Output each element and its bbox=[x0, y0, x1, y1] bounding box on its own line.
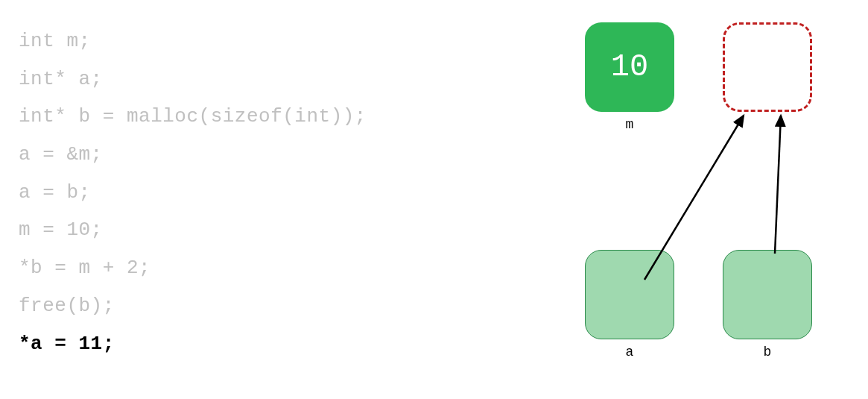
code-line-1: int m; bbox=[19, 22, 367, 60]
code-line-9: *a = 11; bbox=[19, 325, 367, 363]
code-line-6: m = 10; bbox=[19, 211, 367, 249]
code-line-8: free(b); bbox=[19, 287, 367, 325]
code-block: int m; int* a; int* b = malloc(sizeof(in… bbox=[19, 22, 367, 362]
code-line-3: int* b = malloc(sizeof(int)); bbox=[19, 98, 367, 136]
code-line-7: *b = m + 2; bbox=[19, 249, 367, 287]
pointer-box-b bbox=[723, 250, 812, 339]
pointer-box-a bbox=[585, 250, 674, 339]
m-value: 10 bbox=[611, 49, 648, 85]
label-a: a bbox=[585, 345, 674, 359]
code-line-5: a = b; bbox=[19, 174, 367, 212]
code-line-4: a = &m; bbox=[19, 136, 367, 174]
label-b: b bbox=[723, 345, 812, 359]
arrow-b-to-freed bbox=[775, 116, 781, 254]
variable-box-m: 10 bbox=[585, 22, 674, 112]
freed-memory-box bbox=[723, 22, 812, 112]
code-line-2: int* a; bbox=[19, 60, 367, 98]
memory-diagram: 10 m a b bbox=[574, 15, 857, 388]
label-m: m bbox=[585, 117, 674, 132]
